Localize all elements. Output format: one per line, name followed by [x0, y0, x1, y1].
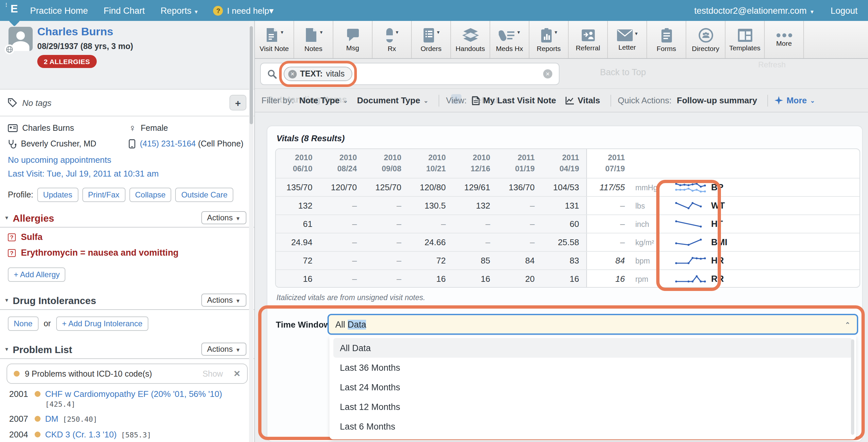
dropdown-scrollbar[interactable]	[851, 340, 854, 435]
vitals-value: –	[365, 219, 409, 229]
time-window-option-all-data[interactable]: All Data	[333, 338, 852, 358]
elation-logo[interactable]: ⁝ E	[0, 0, 30, 21]
add-tag-button[interactable]: +	[229, 95, 246, 111]
vitals-unit: mmHg	[633, 183, 669, 191]
note-type-filter[interactable]: Note Type⌄	[299, 95, 348, 105]
allergy-item[interactable]: ?Erythromycin = nausea and vomitting	[8, 248, 246, 258]
vitals-value: 16	[542, 274, 587, 284]
toolbar-directory[interactable]: Directory	[686, 21, 725, 58]
nav-item-practice-home[interactable]: Practice Home	[30, 5, 88, 16]
vitals-unit: lbs	[633, 202, 669, 210]
vitals-date-header[interactable]: 201107/19	[587, 152, 633, 175]
logout-button[interactable]: Logout	[830, 5, 858, 16]
vitals-date-header[interactable]: 201010/21	[409, 152, 454, 175]
vitals-view[interactable]: Vitals	[565, 95, 600, 105]
toolbar-msg[interactable]: Msg	[333, 21, 373, 58]
close-icon[interactable]: ✕	[233, 369, 241, 379]
chevron-down-icon: ▼	[235, 298, 241, 304]
vitals-value: 61	[276, 219, 320, 229]
collapse-triangle-icon[interactable]: ▾	[5, 346, 8, 352]
toolbar-reports[interactable]: ▾Reports	[529, 21, 569, 58]
nav-item-label: Reports	[160, 5, 191, 16]
vitals-value: 125/70	[365, 182, 409, 192]
search-input[interactable]: ✕ TEXT: vitals ✕	[260, 63, 559, 85]
refresh-link[interactable]: Refresh	[758, 60, 786, 69]
more-actions-menu[interactable]: More⌄	[775, 95, 815, 105]
chevron-down-icon: ▾	[320, 29, 322, 35]
allergies-header[interactable]: ▾ Allergies Actions▼	[0, 206, 254, 227]
profile-button-updates[interactable]: Updates	[37, 188, 78, 202]
problem-list-title: Problem List	[13, 344, 201, 355]
show-link[interactable]: Show	[203, 369, 223, 378]
chevron-down-icon: ▾	[635, 30, 638, 36]
time-window-option-last-36-months[interactable]: Last 36 Months	[333, 358, 852, 377]
back-to-top-link[interactable]: Back to Top	[600, 67, 646, 77]
toolbar-meds-hx[interactable]: ▾Meds Hx	[490, 21, 529, 58]
profile-button-outside-care[interactable]: Outside Care	[176, 188, 233, 202]
add-allergy-button[interactable]: + Add Allergy	[8, 267, 66, 282]
time-window-combobox[interactable]: All Data ⌃	[328, 314, 858, 335]
vitals-date-header[interactable]: 201009/08	[365, 152, 409, 175]
sidebar-scrollbar[interactable]	[249, 21, 254, 442]
toolbar-templates[interactable]: Templates	[725, 21, 765, 58]
time-window-option-last-24-months[interactable]: Last 24 Months	[333, 377, 852, 397]
top-nav: ⁝ E Practice HomeFind ChartReports▾ ? I …	[0, 0, 868, 21]
document-type-filter[interactable]: Document Type⌄	[357, 95, 429, 105]
follow-up-summary-action[interactable]: Follow-up summary	[677, 95, 757, 105]
toolbar-orders[interactable]: ▾Orders	[412, 21, 451, 58]
profile-button-print-fax[interactable]: Print/Fax	[82, 188, 125, 202]
my-last-visit-note-view[interactable]: My Last Visit Note	[472, 95, 556, 105]
vitals-date-header[interactable]: 201101/19	[498, 152, 542, 175]
patient-name[interactable]: Charles Burns	[37, 26, 113, 38]
drug-intolerances-header[interactable]: ▾ Drug Intolerances Actions▼	[0, 288, 254, 309]
phone-link[interactable]: (415) 231-5164	[140, 139, 196, 148]
allergy-item[interactable]: ?Sulfa	[8, 232, 246, 242]
toolbar-handouts[interactable]: Handouts	[451, 21, 490, 58]
toolbar-label: Letter	[618, 43, 636, 51]
nav-item-reports[interactable]: Reports▾	[160, 5, 198, 16]
chevron-up-icon: ⌃	[845, 321, 850, 328]
time-window-option-last-12-months[interactable]: Last 12 Months	[333, 397, 852, 416]
profile-button-collapse[interactable]: Collapse	[129, 188, 171, 202]
collapse-triangle-icon[interactable]: ▾	[5, 297, 8, 303]
help-menu[interactable]: ? I need help ▾	[213, 5, 289, 16]
collapse-triangle-icon[interactable]: ▾	[5, 214, 8, 221]
toolbar-forms[interactable]: Forms	[647, 21, 686, 58]
remove-chip-icon[interactable]: ✕	[288, 70, 297, 78]
toolbar-referral[interactable]: Referral	[569, 21, 608, 58]
problem-list-header[interactable]: ▾ Problem List Actions▼	[0, 337, 254, 358]
account-menu[interactable]: testdoctor2@elationemr.com▾	[694, 5, 813, 16]
patient-header: Charles Burns 08/29/1937 (88 yrs, 3 mo) …	[0, 21, 254, 90]
toolbar-visit-note[interactable]: ▾Visit Note	[255, 21, 294, 58]
allergies-badge[interactable]: 2 ALLERGIES	[37, 55, 96, 68]
allergy-alert-icon: ?	[8, 233, 16, 241]
add-drug-intolerance-button[interactable]: + Add Drug Intolerance	[56, 317, 148, 331]
upcoming-appointments-link[interactable]: No upcoming appointments	[8, 155, 246, 165]
problem-link[interactable]: DM	[45, 414, 58, 424]
vitals-date-header[interactable]: 201104/19	[542, 152, 587, 175]
drug-intolerances-title: Drug Intolerances	[13, 295, 201, 306]
drug-intolerances-actions-button[interactable]: Actions▼	[201, 294, 246, 307]
time-window-option-last-6-months[interactable]: Last 6 Months	[333, 416, 852, 436]
vitals-date-header[interactable]: 201008/24	[320, 152, 365, 175]
vitals-value: 136/70	[498, 182, 542, 192]
vitals-date-header[interactable]: 201012/16	[454, 152, 498, 175]
none-button[interactable]: None	[8, 317, 38, 331]
allergies-actions-button[interactable]: Actions▼	[201, 211, 246, 224]
vitals-results-title: Vitals (8 Results)	[277, 134, 345, 143]
nav-item-find-chart[interactable]: Find Chart	[103, 5, 145, 16]
problem-link[interactable]: CKD 3 (Cr. 1.3 '10)	[45, 430, 117, 439]
toolbar-more[interactable]: More	[765, 21, 804, 58]
vitals-value: –	[320, 219, 365, 229]
search-filter-chip[interactable]: ✕ TEXT: vitals	[284, 67, 352, 81]
toolbar-letter[interactable]: ▾Letter	[608, 21, 647, 58]
clear-search-icon[interactable]: ✕	[543, 69, 552, 79]
toolbar-notes[interactable]: ▾Notes	[294, 21, 333, 58]
vitals-value: 84	[587, 256, 633, 265]
vitals-date-header[interactable]: 201006/10	[276, 152, 320, 175]
problem-link[interactable]: CHF w Cardiomyopathy EF (20% '01, 56% '1…	[45, 389, 222, 399]
problem-list-actions-button[interactable]: Actions▼	[201, 343, 246, 356]
toolbar-rx[interactable]: ▾Rx	[373, 21, 412, 58]
last-visit-link[interactable]: Last Visit: Tue, Jul 19, 2011 at 10:31 a…	[8, 169, 246, 178]
search-row: ✕ TEXT: vitals ✕ Back to Top Refresh	[255, 59, 868, 89]
